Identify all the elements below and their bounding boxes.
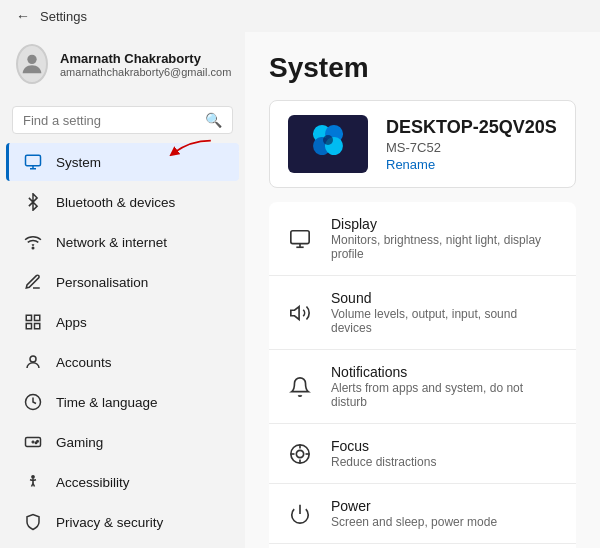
- gaming-icon: [22, 431, 44, 453]
- sidebar-item-label: Network & internet: [56, 235, 167, 250]
- svg-point-23: [323, 135, 333, 145]
- user-email: amarnathchakraborty6@gmail.com: [60, 66, 231, 78]
- sidebar-item-accessibility[interactable]: Accessibility: [6, 463, 239, 501]
- device-model: MS-7C52: [386, 140, 557, 155]
- system-icon: [22, 151, 44, 173]
- sidebar-item-apps[interactable]: Apps: [6, 303, 239, 341]
- settings-text: Sound Volume levels, output, input, soun…: [331, 290, 560, 335]
- device-name: DESKTOP-25QV20S: [386, 117, 557, 138]
- user-profile[interactable]: Amarnath Chakraborty amarnathchakraborty…: [0, 32, 245, 96]
- sidebar-item-bluetooth[interactable]: Bluetooth & devices: [6, 183, 239, 221]
- back-button[interactable]: ←: [16, 8, 30, 24]
- svg-rect-24: [291, 230, 309, 243]
- settings-desc: Alerts from apps and system, do not dist…: [331, 381, 560, 409]
- accessibility-icon: [22, 471, 44, 493]
- user-info: Amarnath Chakraborty amarnathchakraborty…: [60, 51, 231, 78]
- sidebar-item-label: Personalisation: [56, 275, 148, 290]
- search-input[interactable]: [23, 113, 197, 128]
- settings-item-notifications[interactable]: Notifications Alerts from apps and syste…: [269, 350, 576, 424]
- sidebar-item-label: Gaming: [56, 435, 103, 450]
- user-name: Amarnath Chakraborty: [60, 51, 231, 66]
- sidebar-item-time[interactable]: Time & language: [6, 383, 239, 421]
- svg-rect-7: [35, 315, 40, 320]
- sidebar-item-gaming[interactable]: Gaming: [6, 423, 239, 461]
- time-icon: [22, 391, 44, 413]
- svg-rect-9: [35, 324, 40, 329]
- search-icon: 🔍: [205, 112, 222, 128]
- svg-rect-8: [26, 324, 31, 329]
- sidebar-item-personalisation[interactable]: Personalisation: [6, 263, 239, 301]
- svg-point-5: [32, 247, 34, 249]
- settings-text: Power Screen and sleep, power mode: [331, 498, 497, 529]
- sidebar-item-privacy[interactable]: Privacy & security: [6, 503, 239, 541]
- svg-point-16: [35, 442, 37, 444]
- settings-title: Power: [331, 498, 497, 514]
- svg-rect-6: [26, 315, 31, 320]
- settings-item-display[interactable]: Display Monitors, brightness, night ligh…: [269, 202, 576, 276]
- sidebar-item-label: Accounts: [56, 355, 112, 370]
- svg-point-29: [296, 450, 303, 457]
- settings-item-sound[interactable]: Sound Volume levels, output, input, soun…: [269, 276, 576, 350]
- display-icon: [285, 224, 315, 254]
- device-info: DESKTOP-25QV20S MS-7C52 Rename: [386, 117, 557, 172]
- focus-icon: [285, 439, 315, 469]
- accounts-icon: [22, 351, 44, 373]
- bluetooth-icon: [22, 191, 44, 213]
- privacy-icon: [22, 511, 44, 533]
- svg-point-17: [32, 476, 34, 478]
- device-card: DESKTOP-25QV20S MS-7C52 Rename: [269, 100, 576, 188]
- sidebar-item-label: System: [56, 155, 101, 170]
- sidebar-item-accounts[interactable]: Accounts: [6, 343, 239, 381]
- system-nav-container: System: [0, 142, 245, 182]
- sound-icon: [285, 298, 315, 328]
- sidebar-item-system[interactable]: System: [6, 143, 239, 181]
- settings-desc: Screen and sleep, power mode: [331, 515, 497, 529]
- settings-desc: Volume levels, output, input, sound devi…: [331, 307, 560, 335]
- device-thumbnail: [288, 115, 368, 173]
- settings-title: Display: [331, 216, 560, 232]
- settings-item-focus[interactable]: Focus Reduce distractions: [269, 424, 576, 484]
- notifications-icon: [285, 372, 315, 402]
- avatar: [16, 44, 48, 84]
- settings-title: Sound: [331, 290, 560, 306]
- svg-marker-27: [291, 306, 299, 319]
- personalisation-icon: [22, 271, 44, 293]
- svg-rect-1: [26, 155, 41, 166]
- sidebar-item-label: Privacy & security: [56, 515, 163, 530]
- settings-item-power[interactable]: Power Screen and sleep, power mode: [269, 484, 576, 544]
- settings-item-storage[interactable]: Storage Storage space, drives, configura…: [269, 544, 576, 548]
- sidebar: Amarnath Chakraborty amarnathchakraborty…: [0, 32, 245, 548]
- settings-list: Display Monitors, brightness, night ligh…: [269, 202, 576, 548]
- settings-title: Focus: [331, 438, 436, 454]
- search-bar[interactable]: 🔍: [12, 106, 233, 134]
- svg-point-10: [30, 356, 36, 362]
- power-icon: [285, 499, 315, 529]
- window-title: Settings: [40, 9, 87, 24]
- content-area: System: [245, 32, 600, 548]
- windows-logo: [300, 121, 356, 167]
- sidebar-item-label: Apps: [56, 315, 87, 330]
- settings-text: Focus Reduce distractions: [331, 438, 436, 469]
- settings-text: Notifications Alerts from apps and syste…: [331, 364, 560, 409]
- rename-link[interactable]: Rename: [386, 157, 557, 172]
- apps-icon: [22, 311, 44, 333]
- sidebar-item-network[interactable]: Network & internet: [6, 223, 239, 261]
- network-icon: [22, 231, 44, 253]
- sidebar-item-label: Time & language: [56, 395, 158, 410]
- sidebar-item-update[interactable]: Windows Update: [6, 543, 239, 548]
- settings-title: Notifications: [331, 364, 560, 380]
- settings-desc: Reduce distractions: [331, 455, 436, 469]
- svg-point-0: [27, 55, 36, 64]
- settings-desc: Monitors, brightness, night light, displ…: [331, 233, 560, 261]
- sidebar-item-label: Bluetooth & devices: [56, 195, 175, 210]
- sidebar-item-label: Accessibility: [56, 475, 130, 490]
- page-title: System: [269, 52, 576, 84]
- settings-text: Display Monitors, brightness, night ligh…: [331, 216, 560, 261]
